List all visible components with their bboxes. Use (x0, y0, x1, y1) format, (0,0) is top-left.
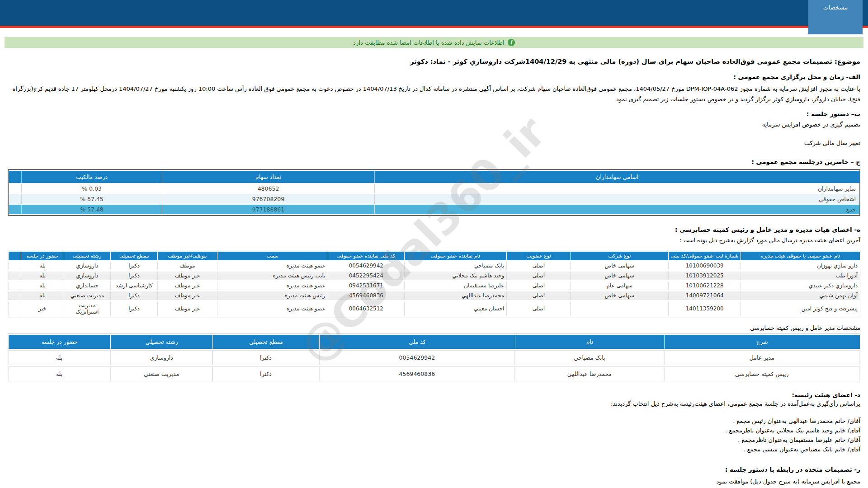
table-cell: اصلی (506, 262, 570, 270)
table-cell: موظف (157, 262, 217, 270)
table-cell: عضو هیئت مدیره (217, 282, 328, 290)
table-cell (8, 282, 21, 290)
table-cell (9, 194, 21, 204)
table-cell: بله (21, 272, 63, 280)
table-cell: جمع (374, 205, 859, 214)
col-national-id: کد ملی (319, 335, 515, 349)
col-field-of-study: رشته تحصیلی (64, 252, 111, 260)
table-cell: 14011359200 (668, 301, 741, 316)
table-cell: پیشرفت و فتح کوثر امین (741, 301, 860, 316)
table-row: آوان بهمن شیمي14009721064سهامی خاصاصلیمح… (8, 291, 860, 300)
tab-specifications[interactable]: مشخصات (808, 0, 863, 34)
table-cell: 10100690039 (668, 262, 741, 270)
table-row: رییس کمیته حسابرسیمحمدرضا عبداللهي456946… (8, 366, 860, 381)
table-cell: غیر موظف (157, 301, 217, 316)
table-row: سایر سهامداران480652% 0.03 (9, 184, 859, 193)
table-cell: 0054629942 (319, 350, 515, 365)
ceo-header-row: شرح نام کد ملی مقطع تحصیلی رشته تحصیلی ح… (8, 335, 860, 349)
table-cell (8, 272, 21, 280)
table-cell: دکترا (110, 291, 157, 300)
table-cell: بله (8, 350, 110, 365)
table-cell: سهامی خاص (570, 262, 668, 270)
table-cell: 14009721064 (668, 291, 741, 300)
section-h-subtitle: آخرین اعضای هیئت مدیره درسال مالی مورد گ… (8, 237, 860, 244)
section-d-title: د- اعضای هیئت رئیسه: (8, 391, 860, 399)
agenda-item: تصمیم گیری در خصوص افزایش سرمایه (8, 121, 860, 128)
table-cell: سهامی عام (570, 282, 668, 290)
agenda-item: تغییر سال مالی شرکت (8, 140, 860, 146)
table-cell: آوان بهمن شیمي (741, 291, 860, 300)
table-cell (8, 291, 21, 300)
table-cell: عضو هیئت مدیره (217, 301, 328, 316)
table-cell: اصلی (506, 282, 570, 290)
table-cell: احسان معیني (404, 301, 506, 316)
table-cell: خیر (21, 301, 63, 316)
col-ownership-percent: درصد مالکیت (21, 171, 162, 183)
col-position: سمت (217, 252, 328, 260)
table-row: دارو سازي بهوزان10100690039سهامی خاصاصلی… (8, 262, 860, 270)
table-cell: داروسازي (110, 350, 212, 365)
table-cell: غیر موظف (157, 282, 217, 290)
table-cell (570, 301, 668, 316)
table-cell: 0452295424 (328, 272, 405, 280)
col-description: شرح (664, 335, 860, 349)
col-registration-id: شمارۀ ثبت عضو حقوقی/کد ملی (668, 252, 741, 260)
col-company-type: نوع شرکت (570, 252, 668, 260)
table-cell: محمدرضا عبداللهي (404, 291, 506, 300)
board-members-table: نام عضو حقیقی یا حقوقی هیئت مدیره شمارۀ … (8, 250, 860, 318)
table-cell: داروسازي (64, 262, 111, 270)
table-cell: دکترا (110, 272, 157, 280)
table-cell: 0054629942 (328, 262, 405, 270)
table-cell: 480652 (162, 184, 375, 193)
col-shareholder-names: اسامی سهامداران (374, 171, 859, 183)
table-cell (9, 205, 21, 214)
section-a-title: الف- زمان و محل برگزاری مجمع عمومی : (8, 73, 860, 80)
table-cell: مدیر عامل (664, 350, 860, 365)
table-cell: بله (21, 262, 63, 270)
table-cell: عضو هیئت مدیره (217, 262, 328, 270)
signature-match-notice: i اطلاعات نمایش داده شده با اطلاعات امضا… (5, 37, 863, 48)
table-cell: سهامی خاص (570, 291, 668, 300)
presiding-member: آقای/ خانم وحید هاشم بیک محلاتي به‌عنوان… (8, 426, 860, 436)
table-cell: بابک مصباحي (404, 262, 506, 270)
table-cell: اشخاص حقوقي (374, 194, 859, 204)
presiding-member: آقای/ خانم بابک مصباحي به‌عنوان منشی مجم… (8, 445, 860, 455)
section-b-title: ب– دستور جلسه : (8, 110, 860, 117)
table-row: پیشرفت و فتح کوثر امین14011359200اصلیاحس… (8, 301, 860, 316)
section-r-title: ر- تصمیمات متخذه در رابطه با دستور جلسه … (8, 466, 860, 473)
col-empty (9, 171, 21, 183)
col-degree: مقطع تحصیلی (110, 252, 157, 260)
document-content: موضوع: تصمیمات مجمع عمومی فوق‌العاده صاح… (8, 54, 860, 488)
board-header-row: نام عضو حقیقی یا حقوقی هیئت مدیره شمارۀ … (8, 252, 860, 260)
table-row: آدورا طب10103912025سهامی خاصاصلیوحید هاش… (8, 272, 860, 280)
table-cell: وحید هاشم بیک محلاتي (404, 272, 506, 280)
table-cell: سایر سهامداران (374, 184, 859, 193)
table-cell: محمدرضا عبداللهي (515, 366, 664, 381)
table-cell (9, 184, 21, 193)
section-h-title: ه- اعضای هیات مدیره و مدیر عامل و رئیس ک… (8, 226, 860, 233)
table-cell: اصلی (506, 272, 570, 280)
table-cell: % 57.48 (21, 205, 162, 214)
table-cell: 4569460836 (328, 291, 405, 300)
table-cell: کارشناسی ارشد (110, 282, 157, 290)
table-cell: دکترا (110, 262, 157, 270)
table-cell: رییس کمیته حسابرسی (664, 366, 860, 381)
table-cell: مدیریت استراتژیک (64, 301, 111, 316)
notice-text: اطلاعات نمایش داده شده با اطلاعات امضا ش… (353, 39, 504, 46)
subject-line: موضوع: تصمیمات مجمع عمومی فوق‌العاده صاح… (8, 58, 860, 65)
col-share-count: تعداد سهام (162, 171, 375, 183)
table-cell: آدورا طب (741, 272, 860, 280)
col-representative-name: نام نماینده عضو حقوقی (404, 252, 506, 260)
table-cell: نایب رئیس هیئت مدیره (217, 272, 328, 280)
attendees-table: اسامی سهامداران تعداد سهام درصد مالکیت س… (8, 169, 860, 216)
table-cell: 977188861 (162, 205, 375, 214)
table-cell: 10100621228 (668, 282, 741, 290)
table-cell: % 0.03 (21, 184, 162, 193)
attendees-header-row: اسامی سهامداران تعداد سهام درصد مالکیت (9, 171, 859, 183)
col-name: نام (515, 335, 664, 349)
table-row: مدیر عاملبابک مصباحي0054629942دکتراداروس… (8, 350, 860, 365)
table-cell: بله (21, 291, 63, 300)
col-attendance: حضور در جلسه (8, 335, 110, 349)
table-cell: دارو سازي بهوزان (741, 262, 860, 270)
col-attendance: حضور در جلسه (21, 252, 63, 260)
